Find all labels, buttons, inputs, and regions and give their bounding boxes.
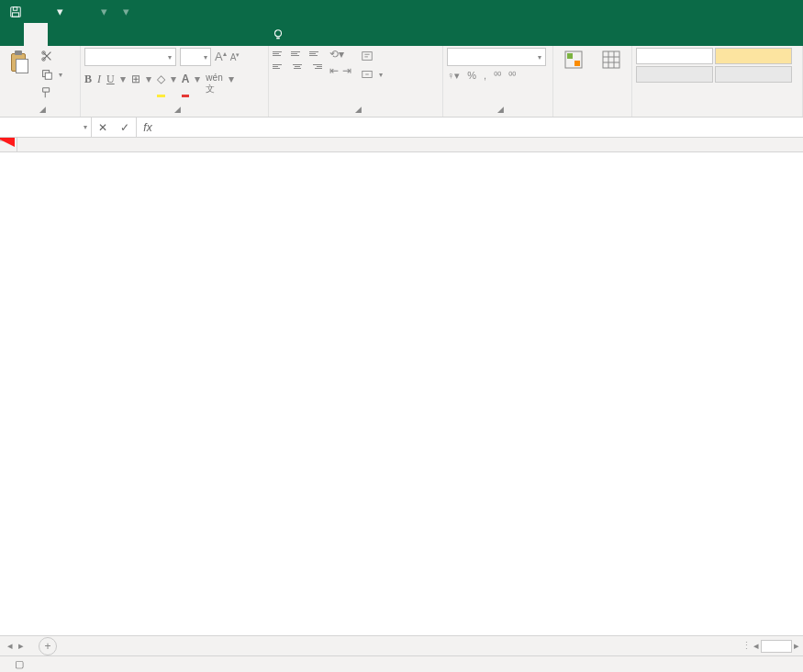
hscroll-track[interactable]: [761, 640, 792, 653]
style-calc[interactable]: [715, 66, 792, 83]
tab-review[interactable]: [143, 23, 167, 46]
bold-button[interactable]: B: [84, 73, 92, 95]
font-color-button[interactable]: A: [182, 73, 190, 95]
spreadsheet-grid: [0, 138, 803, 631]
sheet-nav-next[interactable]: ▸: [18, 640, 24, 652]
clipboard-launcher[interactable]: ◢: [39, 105, 46, 114]
style-normal[interactable]: [636, 48, 713, 64]
tell-me-search[interactable]: [262, 23, 299, 46]
font-size-combo[interactable]: ▾: [180, 48, 211, 66]
percent-format[interactable]: %: [467, 70, 476, 82]
alignment-grid: [273, 48, 322, 72]
underline-button[interactable]: U: [106, 73, 115, 95]
copy-button[interactable]: ▾: [40, 66, 62, 83]
hscroll-right[interactable]: ▸: [794, 640, 799, 652]
lightbulb-icon: [272, 28, 284, 41]
fx-icon[interactable]: fx: [137, 118, 159, 137]
group-number: ▾ ♀▾ % , ⁰⁰ ⁰⁰ ◢: [443, 46, 553, 117]
merge-center-button[interactable]: ▾: [361, 66, 383, 83]
align-launcher[interactable]: ◢: [355, 105, 362, 114]
redo-button[interactable]: [72, 3, 92, 21]
svg-rect-13: [603, 51, 619, 68]
group-styles-buttons: [553, 46, 632, 117]
style-neutral[interactable]: [636, 66, 713, 83]
formula-bar-row: ▾ ✕ ✓ fx: [0, 118, 803, 138]
tab-formulas[interactable]: [95, 23, 119, 46]
svg-rect-12: [574, 61, 580, 66]
sheet-tab-bar: ◂ ▸ + ⋮ ◂ ▸: [0, 635, 803, 655]
decrease-indent[interactable]: ⇤: [329, 64, 339, 77]
tab-file[interactable]: [0, 23, 24, 46]
tab-page-layout[interactable]: [72, 23, 95, 46]
italic-button[interactable]: I: [97, 73, 101, 95]
cut-button[interactable]: [40, 48, 62, 64]
svg-rect-2: [13, 12, 19, 16]
align-middle[interactable]: [291, 48, 304, 59]
fill-color-button[interactable]: ◇: [157, 73, 165, 95]
formula-input[interactable]: [159, 118, 803, 137]
font-launcher[interactable]: ◢: [174, 105, 181, 114]
align-left[interactable]: [273, 61, 285, 72]
number-format-combo[interactable]: ▾: [447, 48, 546, 66]
name-box[interactable]: ▾: [0, 118, 92, 137]
cells-area[interactable]: [17, 152, 803, 631]
add-sheet-button[interactable]: +: [39, 637, 57, 655]
tab-view[interactable]: [167, 23, 191, 46]
undo-button[interactable]: [28, 3, 48, 21]
quick-access-toolbar: ▾ ▾ ▾: [0, 3, 136, 21]
wrap-text-button[interactable]: [361, 48, 383, 64]
status-bar: ▢: [0, 655, 803, 672]
increase-indent[interactable]: ⇥: [342, 64, 351, 77]
border-button[interactable]: ⊞: [131, 73, 140, 95]
tab-split[interactable]: ⋮: [742, 640, 752, 652]
increase-decimal[interactable]: ⁰⁰: [494, 70, 501, 82]
hscroll-left[interactable]: ◂: [753, 640, 759, 652]
undo-dropdown[interactable]: ▾: [50, 3, 70, 21]
tab-developer[interactable]: [191, 23, 215, 46]
conditional-format-button[interactable]: [557, 48, 591, 72]
enter-formula-button[interactable]: ✓: [114, 121, 136, 134]
align-right[interactable]: [309, 61, 322, 72]
paste-button[interactable]: [4, 48, 37, 77]
comma-format[interactable]: ,: [484, 70, 486, 82]
group-alignment: ⟲▾ ⇤ ⇥ ▾ ◢: [269, 46, 443, 117]
svg-rect-1: [13, 6, 17, 10]
ribbon: ▾ ◢ ▾ ▾ A▴ A▾ B I U▾ ⊞▾ ◇▾: [0, 46, 803, 118]
grow-font-button[interactable]: A▴: [215, 50, 227, 63]
wrap-icon: [361, 50, 374, 62]
align-top[interactable]: [273, 48, 285, 59]
orientation-button[interactable]: ⟲▾: [329, 48, 351, 61]
font-name-combo[interactable]: ▾: [84, 48, 176, 66]
save-button[interactable]: [6, 3, 26, 21]
accounting-format[interactable]: ♀▾: [447, 70, 460, 82]
copy-icon: [40, 68, 53, 81]
column-headers: [17, 138, 803, 152]
align-center[interactable]: [291, 61, 304, 72]
tab-insert[interactable]: [48, 23, 72, 46]
format-as-table-button[interactable]: [595, 48, 629, 72]
tab-data[interactable]: [119, 23, 143, 46]
align-bottom[interactable]: [309, 48, 322, 59]
tab-pdf-tools[interactable]: [239, 23, 262, 46]
decrease-decimal[interactable]: ⁰⁰: [508, 70, 516, 82]
sheet-nav-prev[interactable]: ◂: [7, 640, 13, 652]
brush-icon: [40, 86, 53, 99]
merge-icon: [361, 68, 374, 81]
format-painter-button[interactable]: [40, 84, 62, 101]
cond-format-icon: [563, 50, 584, 70]
qat-customize[interactable]: ▾: [116, 3, 136, 21]
ribbon-tabs: [0, 23, 803, 46]
shrink-font-button[interactable]: A▾: [230, 51, 240, 62]
tab-help[interactable]: [215, 23, 239, 46]
tab-home[interactable]: [24, 23, 48, 46]
cancel-formula-button[interactable]: ✕: [92, 121, 114, 134]
function-tooltip: [0, 138, 13, 141]
number-launcher[interactable]: ◢: [497, 105, 504, 114]
redo-dropdown[interactable]: ▾: [94, 3, 114, 21]
phonetic-button[interactable]: wén文: [206, 73, 222, 95]
svg-rect-11: [567, 53, 573, 59]
table-icon: [601, 50, 621, 70]
macro-record-icon[interactable]: ▢: [15, 658, 24, 670]
svg-point-3: [275, 29, 282, 36]
style-bad[interactable]: [715, 48, 792, 64]
